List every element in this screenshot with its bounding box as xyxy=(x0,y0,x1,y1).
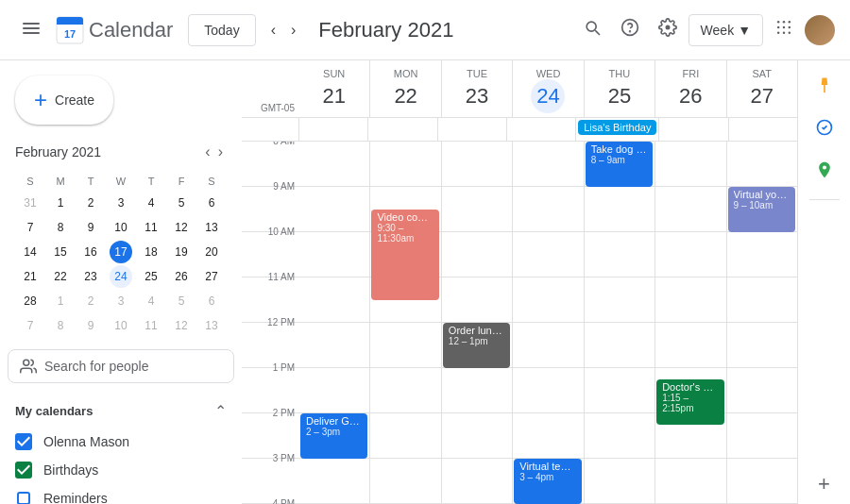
slot-cell[interactable] xyxy=(298,368,369,413)
mini-day[interactable]: 6 xyxy=(200,192,223,214)
calendar-event[interactable]: Order lunch for c12 – 1pm xyxy=(443,323,510,368)
mini-day[interactable]: 22 xyxy=(49,265,72,288)
mini-day[interactable]: 21 xyxy=(19,265,42,288)
mini-day[interactable]: 8 xyxy=(49,216,72,239)
mini-day[interactable]: 14 xyxy=(19,241,42,263)
mini-day[interactable]: 8 xyxy=(49,314,72,337)
mini-day[interactable]: 6 xyxy=(200,290,223,312)
slot-cell[interactable] xyxy=(726,459,797,504)
mini-day[interactable]: 5 xyxy=(170,290,193,312)
mini-day[interactable]: 5 xyxy=(170,192,193,214)
mini-day[interactable]: 19 xyxy=(170,241,193,263)
slot-cell[interactable] xyxy=(584,187,654,232)
prev-button[interactable]: ‹ xyxy=(264,14,283,46)
mini-day[interactable]: 10 xyxy=(110,314,132,337)
slot-cell[interactable] xyxy=(298,187,369,232)
keep-button[interactable] xyxy=(808,68,842,107)
slot-cell[interactable] xyxy=(512,142,583,187)
calendar-event[interactable]: Virtual yoga clas9 – 10am xyxy=(728,187,795,232)
settings-button[interactable] xyxy=(651,10,685,49)
slot-cell[interactable] xyxy=(584,232,654,277)
mini-day[interactable]: 12 xyxy=(170,216,193,239)
slot-cell[interactable] xyxy=(654,277,725,323)
slot-cell[interactable] xyxy=(298,459,369,504)
slot-cell[interactable] xyxy=(654,323,725,368)
maps-button[interactable] xyxy=(808,153,842,192)
mini-day[interactable]: 9 xyxy=(79,216,102,239)
slot-cell[interactable] xyxy=(654,187,725,232)
time-grid[interactable]: 8 AM9 AM10 AM11 AM12 PM1 PM2 PM3 PM4 PM5… xyxy=(242,142,797,504)
calendar-event[interactable]: Video conference9:30 – 11:30am xyxy=(371,210,438,300)
mini-day[interactable]: 3 xyxy=(110,192,132,214)
slot-cell[interactable] xyxy=(441,413,512,459)
mini-day[interactable]: 2 xyxy=(79,290,102,312)
tasks-button[interactable] xyxy=(808,110,842,149)
mini-day[interactable]: 24 xyxy=(110,265,132,288)
mini-day[interactable]: 11 xyxy=(140,216,162,239)
view-selector[interactable]: Week ▼ xyxy=(688,14,763,46)
calendar-event[interactable]: Deliver Grace's c2 – 3pm xyxy=(300,413,367,459)
slot-cell[interactable] xyxy=(298,232,369,277)
mini-day[interactable]: 16 xyxy=(79,241,102,263)
slot-cell[interactable] xyxy=(441,277,512,323)
slot-cell[interactable] xyxy=(512,277,583,323)
slot-cell[interactable] xyxy=(654,142,725,187)
slot-cell[interactable] xyxy=(584,323,654,368)
day-number[interactable]: 26 xyxy=(673,79,707,113)
slot-cell[interactable] xyxy=(726,277,797,323)
slot-cell[interactable] xyxy=(584,459,654,504)
my-calendar-item[interactable]: Reminders xyxy=(0,484,242,504)
mini-day[interactable]: 13 xyxy=(200,216,223,239)
day-number[interactable]: 22 xyxy=(389,79,423,113)
mini-day[interactable]: 1 xyxy=(49,192,72,214)
mini-day[interactable]: 12 xyxy=(170,314,193,337)
apps-button[interactable] xyxy=(767,10,801,49)
slot-cell[interactable] xyxy=(441,142,512,187)
help-button[interactable] xyxy=(613,10,647,49)
slot-cell[interactable] xyxy=(726,413,797,459)
mini-day[interactable]: 23 xyxy=(79,265,102,288)
slot-cell[interactable] xyxy=(369,368,440,413)
slot-cell[interactable] xyxy=(298,277,369,323)
my-calendar-item[interactable]: Olenna Mason xyxy=(0,428,242,456)
create-button[interactable]: + Create xyxy=(15,76,113,125)
mini-day[interactable]: 27 xyxy=(200,265,223,288)
mini-day[interactable]: 10 xyxy=(110,216,132,239)
slot-cell[interactable] xyxy=(512,413,583,459)
mini-day[interactable]: 28 xyxy=(19,290,42,312)
slot-cell[interactable] xyxy=(298,323,369,368)
mini-day[interactable]: 20 xyxy=(200,241,223,263)
mini-day[interactable]: 26 xyxy=(170,265,193,288)
mini-cal-prev[interactable]: ‹ xyxy=(201,140,213,164)
mini-day[interactable]: 2 xyxy=(79,192,102,214)
next-button[interactable]: › xyxy=(283,14,303,46)
calendar-event[interactable]: Virtual team me3 – 4pm xyxy=(514,459,581,504)
mini-day[interactable]: 4 xyxy=(140,290,162,312)
slot-cell[interactable] xyxy=(441,459,512,504)
slot-cell[interactable] xyxy=(512,368,583,413)
day-number[interactable]: 21 xyxy=(317,79,351,113)
slot-cell[interactable] xyxy=(369,142,440,187)
slot-cell[interactable] xyxy=(726,142,797,187)
mini-day[interactable]: 1 xyxy=(49,290,72,312)
mini-day[interactable]: 15 xyxy=(49,241,72,263)
slot-cell[interactable] xyxy=(726,323,797,368)
mini-day[interactable]: 31 xyxy=(19,192,42,214)
mini-day[interactable]: 25 xyxy=(140,265,162,288)
slot-cell[interactable] xyxy=(726,232,797,277)
slot-cell[interactable] xyxy=(512,232,583,277)
slot-cell[interactable] xyxy=(584,277,654,323)
slot-cell[interactable] xyxy=(441,368,512,413)
mini-day[interactable]: 11 xyxy=(140,314,162,337)
slot-cell[interactable] xyxy=(512,187,583,232)
mini-day[interactable]: 3 xyxy=(110,290,132,312)
slot-cell[interactable] xyxy=(441,232,512,277)
mini-day[interactable]: 13 xyxy=(200,314,223,337)
right-panel-add[interactable]: + xyxy=(810,464,838,504)
day-number[interactable]: 24 xyxy=(531,79,565,113)
mini-day[interactable]: 17 xyxy=(110,241,132,263)
slot-cell[interactable] xyxy=(654,232,725,277)
menu-button[interactable] xyxy=(15,12,47,47)
my-calendars-header[interactable]: My calendars ⌃ xyxy=(0,395,242,428)
mini-day[interactable]: 9 xyxy=(79,314,102,337)
